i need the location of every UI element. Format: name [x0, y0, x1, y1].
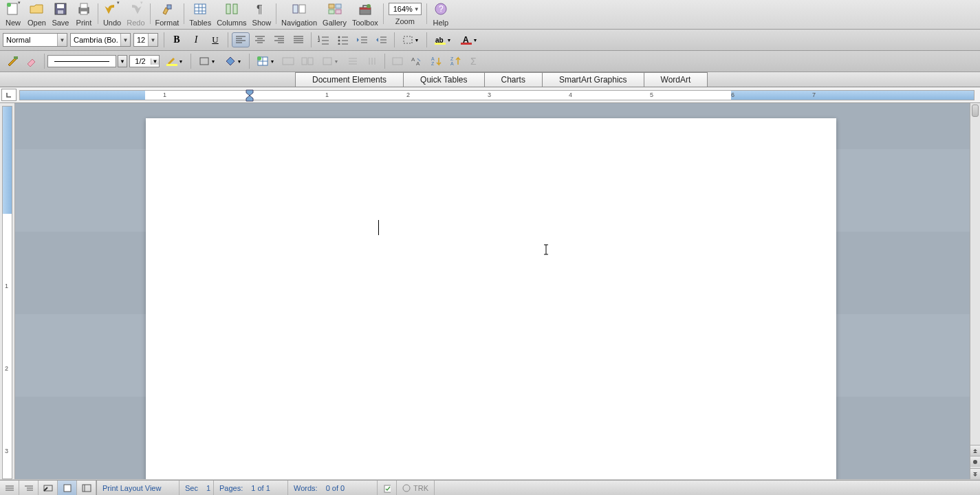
- cell-alignment-button[interactable]: ▼: [318, 54, 342, 69]
- page[interactable]: [146, 118, 836, 479]
- line-weight-combo[interactable]: ▼: [129, 55, 160, 67]
- horizontal-ruler[interactable]: 1 1 2 3 4 5 6 7: [19, 90, 974, 100]
- pages-cell: Pages: 1 of 1: [214, 481, 288, 495]
- indent-marker[interactable]: [246, 89, 254, 102]
- vertical-ruler[interactable]: 1 2 3: [2, 106, 12, 479]
- publishing-view-button[interactable]: [39, 481, 58, 495]
- tab-selector[interactable]: [1, 89, 17, 101]
- next-page-button[interactable]: [970, 468, 980, 479]
- gallery-button[interactable]: Gallery: [320, 0, 349, 28]
- draw-table-button[interactable]: [3, 54, 21, 69]
- open-button[interactable]: Open: [25, 0, 49, 28]
- font-color-button[interactable]: A▼: [457, 32, 481, 47]
- show-button[interactable]: ¶ Show: [250, 0, 274, 28]
- columns-button[interactable]: Columns: [214, 0, 249, 28]
- format-button[interactable]: Format: [153, 0, 182, 28]
- insert-table-button[interactable]: ▼: [253, 54, 278, 69]
- navigation-button[interactable]: Navigation: [279, 0, 320, 28]
- text-cursor: [378, 220, 379, 235]
- tables-button[interactable]: Tables: [186, 0, 214, 28]
- highlight-button[interactable]: ab▼: [431, 32, 455, 47]
- font-size-input[interactable]: [134, 36, 148, 44]
- columns-label: Columns: [217, 19, 246, 27]
- border-style-button[interactable]: ▼: [195, 54, 219, 69]
- prev-page-button[interactable]: [970, 445, 980, 456]
- help-icon: ?: [433, 1, 448, 16]
- notebook-view-button[interactable]: [77, 481, 96, 495]
- split-cells-button[interactable]: [298, 54, 316, 69]
- undo-label: Undo: [103, 19, 121, 27]
- bold-button[interactable]: B: [168, 32, 186, 47]
- align-center-button[interactable]: [251, 32, 269, 47]
- distribute-cols-button[interactable]: [363, 54, 381, 69]
- autofit-button[interactable]: [389, 54, 406, 69]
- new-button[interactable]: ▾ New: [1, 0, 25, 28]
- align-right-button[interactable]: [270, 32, 288, 47]
- document-canvas[interactable]: [15, 103, 970, 479]
- dropdown-icon[interactable]: ▼: [120, 34, 130, 46]
- eraser-button[interactable]: [23, 54, 41, 69]
- font-combo[interactable]: ▼: [70, 33, 131, 47]
- border-color-button[interactable]: ▼: [162, 54, 187, 69]
- tab-quick-tables[interactable]: Quick Tables: [403, 72, 484, 87]
- bullet-list-button[interactable]: [334, 32, 352, 47]
- zoom-control[interactable]: ▼ Zoom: [386, 0, 424, 27]
- zoom-combo[interactable]: ▼: [389, 3, 422, 15]
- open-label: Open: [28, 19, 46, 27]
- show-label: Show: [252, 19, 272, 27]
- dropdown-icon[interactable]: ▼: [148, 34, 157, 46]
- underline-button[interactable]: U: [206, 32, 224, 47]
- sort-asc-button[interactable]: AZ: [427, 54, 445, 69]
- draft-view-button[interactable]: [0, 481, 19, 495]
- browse-object-button[interactable]: [970, 456, 980, 467]
- dropdown-icon[interactable]: ▼: [118, 55, 127, 67]
- scroll-thumb[interactable]: [972, 104, 979, 117]
- line-weight-input[interactable]: [130, 57, 151, 65]
- change-direction-button[interactable]: AA: [408, 54, 426, 69]
- print-layout-view-button[interactable]: [58, 481, 77, 495]
- save-button[interactable]: Save: [49, 0, 72, 28]
- trk-label: TRK: [413, 484, 428, 492]
- redo-button[interactable]: ▾ Redo: [124, 0, 147, 28]
- line-style-combo[interactable]: [47, 55, 116, 67]
- merge-cells-button[interactable]: [279, 54, 297, 69]
- help-button[interactable]: ? Help: [429, 0, 453, 28]
- increase-indent-button[interactable]: [373, 32, 391, 47]
- status-bar: Print Layout View Sec 1 Pages: 1 of 1 Wo…: [0, 480, 980, 495]
- autosum-button[interactable]: Σ: [466, 54, 483, 69]
- tab-wordart[interactable]: WordArt: [644, 72, 708, 87]
- tab-document-elements[interactable]: Document Elements: [295, 72, 404, 87]
- toolbox-button[interactable]: Toolbox: [349, 0, 381, 28]
- shading-button[interactable]: ▼: [221, 54, 246, 69]
- font-input[interactable]: [71, 36, 120, 44]
- numbered-list-button[interactable]: 12: [315, 32, 333, 47]
- distribute-rows-button[interactable]: [344, 54, 362, 69]
- dropdown-icon[interactable]: ▼: [57, 34, 67, 46]
- undo-button[interactable]: ▾ Undo: [100, 0, 124, 28]
- track-changes-cell[interactable]: TRK: [397, 481, 435, 495]
- dropdown-icon[interactable]: ▼: [151, 58, 159, 65]
- vertical-scrollbar[interactable]: [970, 103, 980, 479]
- style-combo[interactable]: ▼: [3, 33, 67, 47]
- borders-button[interactable]: ▼: [398, 32, 423, 47]
- gallery-icon: [327, 1, 342, 16]
- tab-smartart[interactable]: SmartArt Graphics: [542, 72, 644, 87]
- align-left-button[interactable]: [232, 32, 250, 47]
- font-size-combo[interactable]: ▼: [133, 33, 158, 47]
- italic-button[interactable]: I: [187, 32, 205, 47]
- style-input[interactable]: [3, 36, 57, 44]
- print-button[interactable]: Print: [72, 0, 96, 28]
- svg-rect-65: [461, 43, 472, 45]
- spell-check-cell[interactable]: [378, 481, 397, 495]
- outline-view-button[interactable]: [19, 481, 39, 495]
- svg-rect-19: [329, 4, 334, 8]
- tab-charts[interactable]: Charts: [484, 72, 543, 87]
- svg-rect-76: [323, 58, 331, 65]
- align-justify-button[interactable]: [290, 32, 307, 47]
- sort-desc-button[interactable]: ZA: [446, 54, 464, 69]
- dropdown-icon[interactable]: ▼: [414, 6, 420, 12]
- decrease-indent-button[interactable]: [353, 32, 371, 47]
- svg-point-1: [7, 3, 11, 7]
- zoom-input[interactable]: [391, 5, 413, 13]
- svg-text:2: 2: [318, 38, 320, 43]
